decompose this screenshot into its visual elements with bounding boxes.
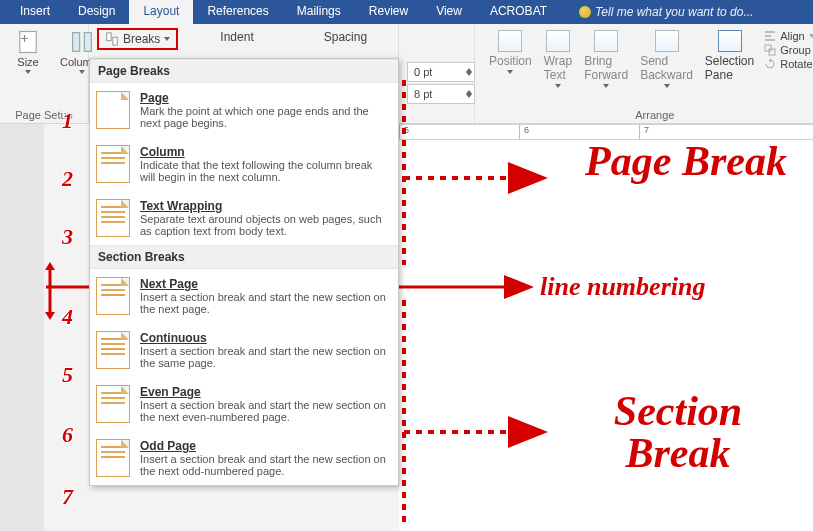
tab-view[interactable]: View	[422, 0, 476, 24]
size-icon	[14, 30, 42, 54]
bring-forward-button[interactable]: Bring Forward	[578, 28, 634, 90]
tab-layout[interactable]: Layout	[129, 0, 193, 24]
page-break-icon	[96, 91, 130, 129]
menu-item-next-page[interactable]: Next PageInsert a section break and star…	[90, 269, 398, 323]
indent-label: Indent	[220, 30, 253, 44]
lightbulb-icon	[579, 6, 591, 18]
menu-item-odd-page[interactable]: Odd PageInsert a section break and start…	[90, 431, 398, 485]
tab-design[interactable]: Design	[64, 0, 129, 24]
odd-page-icon	[96, 439, 130, 477]
rotate-icon	[764, 58, 776, 70]
even-page-icon	[96, 385, 130, 423]
position-button[interactable]: Position	[483, 28, 538, 90]
text-wrapping-icon	[96, 199, 130, 237]
bring-forward-icon	[594, 30, 618, 52]
position-icon	[498, 30, 522, 52]
left-margin-area	[0, 124, 44, 531]
annotation-number-7: 7	[62, 484, 73, 510]
wrap-text-icon	[546, 30, 570, 52]
menu-item-page[interactable]: PageMark the point at which one page end…	[90, 83, 398, 137]
tab-references[interactable]: References	[193, 0, 282, 24]
menu-item-continuous[interactable]: ContinuousInsert a section break and sta…	[90, 323, 398, 377]
svg-rect-0	[20, 32, 36, 53]
selection-pane-button[interactable]: Selection Pane	[699, 28, 760, 90]
svg-rect-4	[113, 37, 117, 45]
breaks-icon	[105, 32, 119, 46]
section-breaks-header: Section Breaks	[90, 245, 398, 269]
annotation-number-6: 6	[62, 422, 73, 448]
chevron-down-icon	[25, 70, 31, 74]
group-button[interactable]: Group	[764, 44, 813, 56]
tell-me-search[interactable]: Tell me what you want to do...	[565, 0, 767, 24]
spacing-label: Spacing	[324, 30, 367, 44]
chevron-down-icon	[79, 70, 85, 74]
group-icon	[764, 44, 776, 56]
rotate-button[interactable]: Rotate	[764, 58, 813, 70]
continuous-icon	[96, 331, 130, 369]
align-icon	[764, 30, 776, 42]
breaks-dropdown: Page Breaks PageMark the point at which …	[89, 58, 399, 486]
annotation-number-4: 4	[62, 304, 73, 330]
wrap-text-button[interactable]: Wrap Text	[538, 28, 578, 90]
tab-insert[interactable]: Insert	[6, 0, 64, 24]
ribbon-tabs: Insert Design Layout References Mailings…	[0, 0, 813, 24]
annotation-page-break: Page Break	[576, 140, 796, 182]
selection-pane-icon	[718, 30, 742, 52]
tab-mailings[interactable]: Mailings	[283, 0, 355, 24]
annotation-number-1: 1	[62, 108, 73, 134]
send-backward-button[interactable]: Send Backward	[634, 28, 699, 90]
svg-rect-3	[107, 33, 111, 41]
spacing-after-input[interactable]: 8 pt	[407, 84, 475, 104]
size-button[interactable]: Size	[8, 28, 48, 76]
annotation-number-3: 3	[62, 224, 73, 250]
annotation-number-5: 5	[62, 362, 73, 388]
spacing-before-input[interactable]: 0 pt	[407, 62, 475, 82]
menu-item-even-page[interactable]: Even PageInsert a section break and star…	[90, 377, 398, 431]
column-break-icon	[96, 145, 130, 183]
svg-rect-1	[72, 33, 79, 52]
tab-review[interactable]: Review	[355, 0, 422, 24]
breaks-button[interactable]: Breaks	[97, 28, 178, 50]
chevron-down-icon	[164, 37, 170, 41]
svg-rect-6	[769, 49, 775, 55]
annotation-number-2: 2	[62, 166, 73, 192]
send-backward-icon	[655, 30, 679, 52]
next-page-icon	[96, 277, 130, 315]
page-breaks-header: Page Breaks	[90, 59, 398, 83]
align-button[interactable]: Align	[764, 30, 813, 42]
group-arrange: Arrange	[483, 109, 813, 121]
menu-item-column[interactable]: ColumnIndicate that the text following t…	[90, 137, 398, 191]
tab-acrobat[interactable]: ACROBAT	[476, 0, 561, 24]
svg-rect-5	[765, 45, 771, 51]
annotation-line-numbering: line numbering	[540, 272, 705, 302]
annotation-section-break: Section Break	[558, 390, 798, 474]
menu-item-text-wrapping[interactable]: Text WrappingSeparate text around object…	[90, 191, 398, 245]
